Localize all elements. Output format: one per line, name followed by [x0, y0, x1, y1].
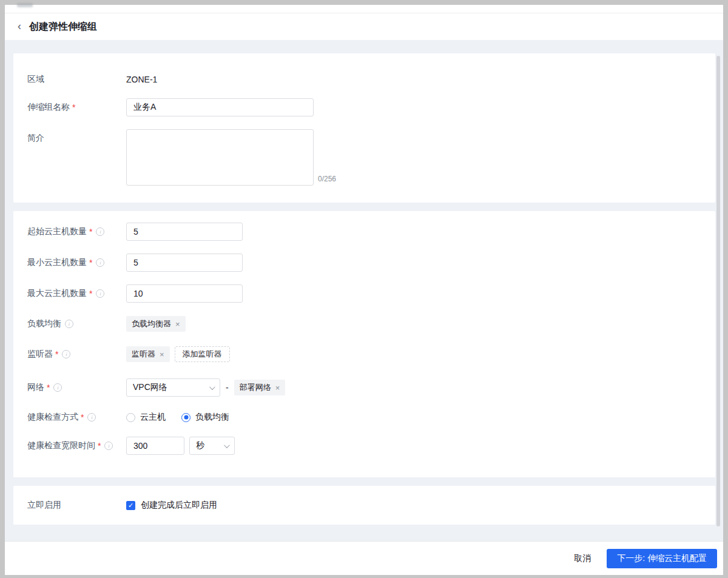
info-icon[interactable]: i	[87, 413, 96, 422]
time-unit-select[interactable]: 秒	[189, 437, 235, 455]
load-balancer-row: 负载均衡 i 负载均衡器 ×	[13, 316, 715, 332]
radio-icon	[126, 413, 135, 422]
region-row: 区域 ZONE-1	[13, 74, 715, 85]
info-icon[interactable]: i	[96, 289, 104, 298]
health-check-mode-row: 健康检查方式 * i 云主机 负载均衡	[13, 412, 715, 423]
radio-load-balancer[interactable]: 负载均衡	[181, 412, 229, 423]
radio-icon	[181, 413, 190, 422]
required-mark: *	[47, 383, 50, 392]
description-label: 简介	[27, 133, 126, 144]
remove-tag-icon[interactable]: ×	[275, 383, 280, 392]
group-name-row: 伸缩组名称 *	[13, 98, 715, 116]
min-vm-count-input[interactable]	[126, 254, 243, 272]
grace-period-label: 健康检查宽限时间 * i	[27, 440, 126, 451]
clipped-top-strip	[5, 5, 723, 13]
vpc-network-select[interactable]: VPC网络	[126, 378, 220, 397]
info-icon[interactable]: i	[62, 350, 70, 358]
clipped-content-fragment	[17, 3, 33, 7]
radio-vm-instance[interactable]: 云主机	[126, 412, 166, 423]
content-area: 区域 ZONE-1 伸缩组名称 * 简介 0/256	[5, 40, 723, 541]
load-balancer-tag: 负载均衡器 ×	[126, 316, 186, 332]
region-label: 区域	[27, 74, 126, 85]
info-icon[interactable]: i	[65, 320, 73, 328]
scaling-config-card: 起始云主机数量 * i 最小云主机数量 * i 最大云主机数量 * i	[13, 211, 715, 477]
page-title: 创建弹性伸缩组	[29, 21, 97, 33]
min-vm-count-label: 最小云主机数量 * i	[27, 257, 126, 268]
basic-info-card: 区域 ZONE-1 伸缩组名称 * 简介 0/256	[13, 53, 715, 203]
network-row: 网络 * i VPC网络 - 部署网络 ×	[13, 378, 715, 397]
required-mark: *	[55, 349, 58, 359]
max-vm-count-input[interactable]	[126, 284, 243, 303]
cancel-button[interactable]: 取消	[568, 549, 597, 568]
vertical-scrollbar[interactable]	[716, 56, 720, 526]
enable-now-checkbox[interactable]: ✓ 创建完成后立即启用	[126, 500, 217, 511]
initial-vm-count-input[interactable]	[126, 223, 243, 241]
listener-tag: 监听器 ×	[126, 346, 170, 362]
grace-period-row: 健康检查宽限时间 * i 秒	[13, 437, 715, 455]
chevron-down-icon	[224, 442, 230, 448]
chevron-down-icon	[209, 384, 215, 390]
listener-row: 监听器 * i 监听器 × 添加监听器	[13, 346, 715, 362]
enable-now-label: 立即启用	[27, 500, 126, 511]
group-name-label: 伸缩组名称 *	[27, 102, 126, 113]
add-listener-button[interactable]: 添加监听器	[175, 346, 230, 362]
initial-vm-count-label: 起始云主机数量 * i	[27, 226, 126, 237]
min-vm-count-row: 最小云主机数量 * i	[13, 254, 715, 272]
char-counter: 0/256	[318, 175, 336, 183]
grace-period-input[interactable]	[126, 437, 184, 455]
checkbox-icon: ✓	[126, 501, 135, 510]
info-icon[interactable]: i	[53, 383, 62, 392]
info-icon[interactable]: i	[104, 442, 113, 450]
description-textarea[interactable]	[126, 129, 314, 186]
back-icon[interactable]: ‹	[13, 21, 25, 32]
create-autoscaling-group-page: ‹ 创建弹性伸缩组 区域 ZONE-1 伸缩组名称 * 简介	[5, 5, 723, 575]
required-mark: *	[89, 258, 92, 267]
page-header: ‹ 创建弹性伸缩组	[5, 13, 723, 40]
health-check-mode-label: 健康检查方式 * i	[27, 412, 126, 423]
page-footer: 取消 下一步: 伸缩云主机配置	[5, 541, 723, 575]
deploy-network-tag: 部署网络 ×	[234, 380, 286, 395]
enable-card: 立即启用 ✓ 创建完成后立即启用	[13, 486, 715, 525]
listener-label: 监听器 * i	[27, 349, 126, 360]
required-mark: *	[72, 102, 75, 112]
next-step-button[interactable]: 下一步: 伸缩云主机配置	[607, 549, 717, 568]
initial-vm-count-row: 起始云主机数量 * i	[13, 223, 715, 241]
network-separator: -	[226, 383, 229, 392]
max-vm-count-label: 最大云主机数量 * i	[27, 288, 126, 299]
network-label: 网络 * i	[27, 382, 126, 393]
remove-tag-icon[interactable]: ×	[175, 320, 180, 329]
required-mark: *	[81, 412, 84, 422]
enable-now-row: 立即启用 ✓ 创建完成后立即启用	[13, 500, 715, 511]
required-mark: *	[89, 227, 92, 237]
description-row: 简介 0/256	[13, 129, 715, 186]
info-icon[interactable]: i	[96, 227, 104, 236]
info-icon[interactable]: i	[96, 258, 104, 267]
required-mark: *	[98, 441, 101, 451]
group-name-input[interactable]	[126, 98, 314, 116]
region-value: ZONE-1	[126, 75, 157, 84]
load-balancer-label: 负载均衡 i	[27, 318, 126, 329]
max-vm-count-row: 最大云主机数量 * i	[13, 284, 715, 303]
remove-tag-icon[interactable]: ×	[160, 350, 164, 359]
required-mark: *	[89, 289, 92, 298]
